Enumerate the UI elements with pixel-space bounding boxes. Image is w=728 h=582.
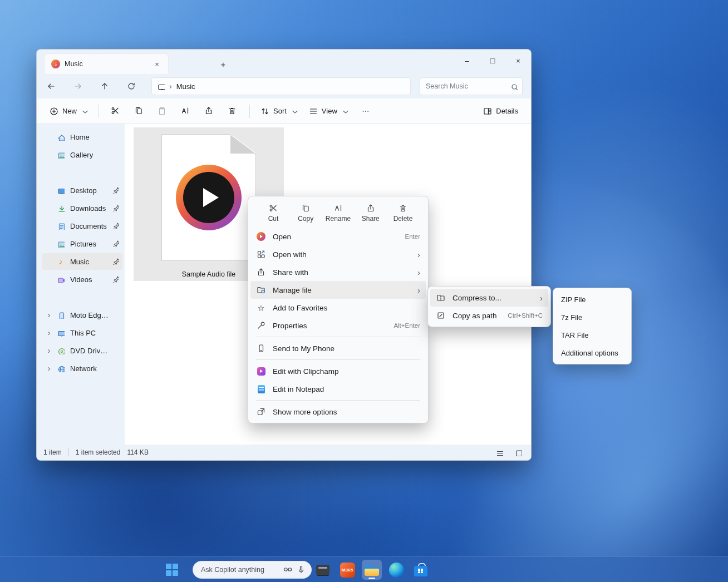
close-button[interactable]: × (505, 50, 531, 72)
rename-button[interactable] (175, 102, 197, 121)
menu-item-manage-file[interactable]: Manage file › (250, 281, 426, 299)
quick-delete-button[interactable]: Delete (388, 200, 418, 225)
details-pane-icon (483, 107, 492, 116)
details-button-label: Details (496, 107, 518, 115)
breadcrumb-chevron-icon: › (169, 82, 172, 91)
menu-item-share-with[interactable]: Share with › (250, 263, 426, 281)
sidebar-item-label: Pictures (70, 240, 96, 248)
menu-item-send-to-my-phone[interactable]: Send to My Phone (250, 339, 426, 357)
submenu-item-compress-to[interactable]: Compress to... › (430, 289, 548, 307)
pictures-icon (56, 240, 66, 248)
view-button[interactable]: View (304, 102, 353, 121)
new-button[interactable]: New (45, 102, 93, 121)
details-button[interactable]: Details (478, 102, 523, 121)
sidebar-item-network[interactable]: › Network (42, 360, 122, 377)
refresh-button[interactable] (122, 77, 140, 95)
sidebar-item-home[interactable]: Home (42, 129, 122, 145)
trash-icon (228, 106, 238, 116)
submenu-item-additional-options[interactable]: Additional options (555, 344, 629, 362)
taskbar-icon-device[interactable] (313, 560, 333, 580)
menu-item-label: Add to Favorites (273, 304, 327, 312)
sidebar-item-desktop[interactable]: Desktop (42, 182, 122, 199)
sort-button-label: Sort (273, 107, 287, 115)
more-options-button[interactable]: ⋯ (355, 102, 377, 121)
quick-share-button[interactable]: Share (356, 200, 386, 225)
large-icons-view-icon (515, 449, 522, 456)
open-with-icon (256, 250, 266, 259)
forward-button[interactable] (69, 77, 87, 95)
microsoft-store-icon (414, 563, 427, 576)
submenu-item-7z-file[interactable]: 7z File (555, 308, 629, 326)
taskbar-icon-store[interactable] (411, 560, 431, 580)
submenu-item-tar-file[interactable]: TAR File (555, 326, 629, 344)
sidebar-item-videos[interactable]: Videos (42, 271, 122, 288)
tab-close-icon[interactable]: × (151, 58, 163, 70)
thumbnail-view-toggle[interactable] (512, 446, 524, 458)
taskbar-icon-edge[interactable] (386, 560, 406, 580)
breadcrumb-location[interactable]: Music (176, 82, 195, 91)
sidebar-item-this-pc[interactable]: › This PC (42, 324, 122, 341)
pin-icon (112, 222, 119, 229)
trash-icon (399, 204, 407, 213)
pin-icon (112, 258, 119, 265)
menu-item-show-more-options[interactable]: Show more options (250, 403, 426, 421)
new-tab-button[interactable]: + (216, 57, 230, 71)
pin-icon (112, 275, 119, 283)
quick-rename-button[interactable]: Rename (323, 200, 353, 225)
menu-item-shortcut: Ctrl+Shift+C (508, 312, 543, 319)
expand-chevron-icon[interactable]: › (42, 310, 56, 319)
sort-button[interactable]: Sort (255, 102, 303, 121)
paper-fold-corner (230, 135, 255, 154)
sidebar-item-dvd-drive[interactable]: › DVD Drive (D:) CCC (42, 342, 122, 359)
sort-icon (260, 107, 269, 116)
submenu-chevron-icon: › (417, 250, 420, 259)
details-view-toggle[interactable] (493, 446, 505, 458)
address-bar[interactable]: › Music (151, 77, 411, 95)
copilot-search-input[interactable] (201, 566, 279, 574)
paste-button[interactable] (151, 102, 174, 121)
back-button[interactable] (42, 77, 60, 95)
sidebar-item-downloads[interactable]: Downloads (42, 200, 122, 216)
edge-browser-icon (389, 563, 404, 578)
search-input[interactable] (426, 82, 510, 90)
status-separator (68, 448, 69, 456)
menu-item-properties[interactable]: Properties Alt+Enter (250, 317, 426, 334)
manage-file-folder-icon (256, 285, 266, 294)
menu-item-edit-with-clipchamp[interactable]: Edit with Clipchamp (250, 362, 426, 380)
menu-item-open-with[interactable]: Open with › (250, 245, 426, 263)
up-button[interactable] (96, 77, 114, 95)
tab-music[interactable]: ♪ Music × (44, 53, 169, 74)
sidebar-item-moto-edge[interactable]: › Moto Edge 50 Neo (42, 307, 122, 323)
quick-cut-button[interactable]: Cut (258, 200, 288, 225)
start-button[interactable] (166, 564, 178, 576)
sidebar-item-documents[interactable]: Documents (42, 218, 122, 234)
submenu-item-copy-as-path[interactable]: Copy as path Ctrl+Shift+C (430, 307, 548, 324)
minimize-button[interactable]: – (454, 50, 480, 72)
share-button[interactable] (198, 102, 220, 121)
menu-item-open[interactable]: Open Enter (250, 228, 426, 245)
maximize-button[interactable]: □ (480, 50, 505, 72)
expand-chevron-icon[interactable]: › (42, 364, 56, 373)
taskbar-icon-m365[interactable]: M365 (337, 560, 357, 580)
quick-copy-button[interactable]: Copy (291, 200, 321, 225)
gallery-icon (56, 151, 66, 159)
sidebar-item-gallery[interactable]: Gallery (42, 146, 122, 163)
menu-item-edit-in-notepad[interactable]: Edit in Notepad (250, 380, 426, 398)
cut-button[interactable] (105, 102, 127, 121)
submenu-item-zip-file[interactable]: ZIP File (555, 290, 629, 308)
music-note-glyph: ♪ (55, 61, 57, 67)
music-note-glyph: ♪ (59, 258, 63, 265)
copilot-goggles-icon[interactable] (283, 565, 292, 574)
compress-folder-icon (436, 293, 446, 302)
microphone-icon[interactable] (297, 565, 306, 574)
expand-chevron-icon[interactable]: › (42, 346, 56, 355)
copy-button[interactable] (128, 102, 150, 121)
expand-chevron-icon[interactable]: › (42, 328, 56, 337)
menu-item-add-to-favorites[interactable]: ☆ Add to Favorites (250, 299, 426, 317)
compress-to-submenu: ZIP File 7z File TAR File Additional opt… (553, 288, 632, 364)
sidebar-item-music[interactable]: ♪ Music (42, 253, 122, 270)
share-icon (256, 268, 266, 277)
sidebar-item-pictures[interactable]: Pictures (42, 235, 122, 252)
delete-button[interactable] (222, 102, 244, 121)
taskbar-icon-file-explorer[interactable] (362, 560, 382, 580)
